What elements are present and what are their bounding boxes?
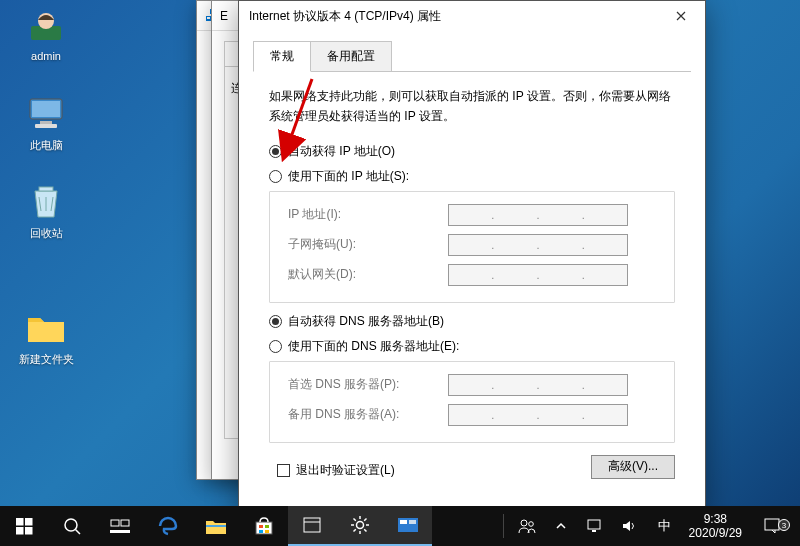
edge-icon: [157, 515, 179, 537]
ime-text: 中: [658, 517, 671, 535]
checkbox-validate[interactable]: 退出时验证设置(L): [277, 462, 395, 479]
desktop-icon-recycle[interactable]: 回收站: [10, 182, 82, 241]
svg-rect-40: [765, 519, 779, 530]
task-view-icon: [110, 518, 130, 534]
svg-rect-34: [400, 520, 407, 524]
svg-rect-6: [39, 187, 53, 191]
tray-ime[interactable]: 中: [648, 517, 681, 535]
advanced-button[interactable]: 高级(V)...: [591, 455, 675, 479]
svg-rect-3: [32, 101, 60, 117]
radio-icon: [269, 145, 282, 158]
edge-button[interactable]: [144, 506, 192, 546]
taskbar-app-control-panel[interactable]: [384, 506, 432, 546]
desktop-icon-admin[interactable]: admin: [10, 6, 82, 62]
field-dns-pref: 首选 DNS 服务器(P): ...: [288, 374, 674, 396]
svg-rect-15: [110, 530, 130, 533]
radio-ip-manual[interactable]: 使用下面的 IP 地址(S):: [269, 168, 675, 185]
folder-icon: [26, 308, 66, 348]
svg-rect-14: [121, 520, 129, 526]
taskbar-clock[interactable]: 9:38 2020/9/29: [681, 512, 750, 541]
radio-icon: [269, 170, 282, 183]
dns-pref-input[interactable]: ...: [448, 374, 628, 396]
radio-label: 使用下面的 IP 地址(S):: [288, 168, 409, 185]
desktop-icon-computer[interactable]: 此电脑: [10, 94, 82, 153]
recycle-bin-icon: [26, 182, 66, 222]
taskbar: 中 9:38 2020/9/29 3: [0, 506, 800, 546]
clock-date: 2020/9/29: [689, 526, 742, 540]
svg-point-11: [65, 519, 77, 531]
store-button[interactable]: [240, 506, 288, 546]
windows-icon: [16, 518, 33, 535]
tray-volume[interactable]: [612, 519, 648, 533]
radio-ip-auto[interactable]: 自动获得 IP 地址(O): [269, 143, 675, 160]
close-button[interactable]: [661, 2, 701, 30]
radio-dns-auto[interactable]: 自动获得 DNS 服务器地址(B): [269, 313, 675, 330]
task-view-button[interactable]: [96, 506, 144, 546]
notification-button[interactable]: 3: [750, 517, 794, 535]
svg-rect-38: [588, 520, 600, 529]
user-icon: [26, 6, 66, 46]
field-label: 备用 DNS 服务器(A):: [288, 406, 448, 423]
svg-rect-21: [265, 530, 269, 533]
svg-rect-7: [16, 518, 24, 526]
close-icon: [676, 11, 686, 21]
dialog-title: Internet 协议版本 4 (TCP/IPv4) 属性: [249, 8, 661, 25]
svg-rect-35: [409, 520, 416, 524]
taskbar-app-network[interactable]: [288, 506, 336, 546]
tab-alternate[interactable]: 备用配置: [310, 41, 392, 71]
window-stub-text: E: [220, 9, 228, 23]
svg-line-32: [354, 529, 356, 531]
svg-rect-18: [259, 525, 263, 528]
field-label: IP 地址(I):: [288, 206, 448, 223]
start-button[interactable]: [0, 506, 48, 546]
gateway-input[interactable]: ...: [448, 264, 628, 286]
svg-line-30: [364, 529, 366, 531]
svg-line-29: [354, 519, 356, 521]
explorer-button[interactable]: [192, 506, 240, 546]
dns-alt-input[interactable]: ...: [448, 404, 628, 426]
field-ip: IP 地址(I): ...: [288, 204, 674, 226]
svg-rect-5: [35, 124, 57, 128]
radio-label: 自动获得 IP 地址(O): [288, 143, 395, 160]
network-icon: [302, 516, 322, 534]
svg-rect-4: [40, 121, 52, 124]
search-button[interactable]: [48, 506, 96, 546]
svg-rect-20: [259, 530, 263, 533]
tray-chevron[interactable]: [546, 522, 576, 530]
svg-line-12: [76, 530, 81, 535]
radio-icon: [269, 340, 282, 353]
desktop-icon-label: 此电脑: [10, 138, 82, 153]
radio-dns-manual[interactable]: 使用下面的 DNS 服务器地址(E):: [269, 338, 675, 355]
radio-icon: [269, 315, 282, 328]
svg-point-36: [521, 520, 527, 526]
titlebar[interactable]: Internet 协议版本 4 (TCP/IPv4) 属性: [239, 1, 705, 31]
clock-time: 9:38: [689, 512, 742, 526]
svg-rect-16: [206, 525, 226, 527]
tray-network[interactable]: [576, 519, 612, 533]
tab-general[interactable]: 常规: [253, 41, 311, 72]
svg-rect-13: [111, 520, 119, 526]
mask-input[interactable]: ...: [448, 234, 628, 256]
folder-icon: [205, 517, 227, 535]
field-gateway: 默认网关(D): ...: [288, 264, 674, 286]
svg-rect-22: [304, 518, 320, 532]
taskbar-app-settings[interactable]: [336, 506, 384, 546]
svg-point-37: [528, 522, 533, 527]
svg-rect-9: [16, 527, 24, 535]
divider: [503, 514, 504, 538]
chevron-up-icon: [556, 522, 566, 530]
field-label: 首选 DNS 服务器(P):: [288, 376, 448, 393]
svg-line-31: [364, 519, 366, 521]
gear-icon: [350, 515, 370, 535]
desktop-icon-folder[interactable]: 新建文件夹: [10, 308, 82, 367]
svg-rect-17: [256, 522, 272, 534]
desktop-icon-label: admin: [10, 50, 82, 62]
svg-rect-10: [25, 527, 33, 535]
checkbox-label: 退出时验证设置(L): [296, 462, 395, 479]
ip-input[interactable]: ...: [448, 204, 628, 226]
tray-people[interactable]: [508, 518, 546, 534]
people-icon: [518, 518, 536, 534]
desktop-icon-label: 回收站: [10, 226, 82, 241]
svg-point-24: [357, 522, 364, 529]
computer-icon: [26, 94, 66, 134]
